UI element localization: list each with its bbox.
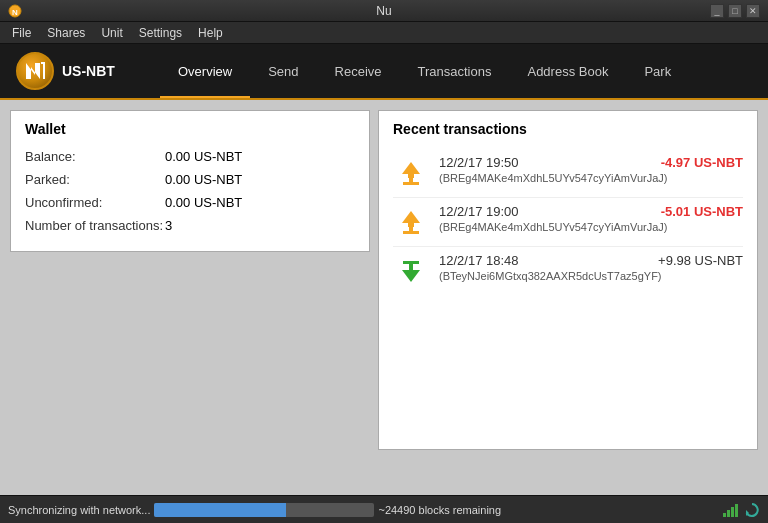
title-bar-left: N: [8, 4, 22, 18]
tx-row1-0: 12/2/17 19:50 -4.97 US-NBT: [439, 155, 743, 170]
nav-park[interactable]: Park: [626, 44, 689, 98]
parked-value: 0.00 US-NBT: [165, 172, 242, 187]
tx-address-2: (BTeyNJei6MGtxq382AAXR5dcUsT7az5gYF): [439, 270, 743, 282]
status-icons: [723, 502, 760, 518]
tx-date-1: 12/2/17 19:00: [439, 204, 519, 219]
wallet-unconfirmed-row: Unconfirmed: 0.00 US-NBT: [25, 195, 355, 210]
wallet-parked-row: Parked: 0.00 US-NBT: [25, 172, 355, 187]
wallet-panel: Wallet Balance: 0.00 US-NBT Parked: 0.00…: [10, 110, 370, 252]
balance-label: Balance:: [25, 149, 165, 164]
tx-count-value: 3: [165, 218, 172, 233]
close-button[interactable]: ✕: [746, 4, 760, 18]
tx-row1-2: 12/2/17 18:48 +9.98 US-NBT: [439, 253, 743, 268]
tx-item-2: 12/2/17 18:48 +9.98 US-NBT (BTeyNJei6MGt…: [393, 247, 743, 295]
transactions-panel: Recent transactions 12/2/17 19:50 -4.97 …: [378, 110, 758, 450]
nav-menu: Overview Send Receive Transactions Addre…: [160, 44, 768, 98]
tx-date-2: 12/2/17 18:48: [439, 253, 519, 268]
wallet-title: Wallet: [25, 121, 355, 137]
nu-icon: N: [8, 4, 22, 18]
logo-text: US-NBT: [62, 63, 115, 79]
tx-details-0: 12/2/17 19:50 -4.97 US-NBT (BREg4MAKe4mX…: [439, 155, 743, 184]
svg-text:N: N: [12, 8, 18, 17]
tx-item-0: 12/2/17 19:50 -4.97 US-NBT (BREg4MAKe4mX…: [393, 149, 743, 198]
refresh-icon: [744, 502, 760, 518]
tx-amount-1: -5.01 US-NBT: [661, 204, 743, 219]
menu-unit[interactable]: Unit: [93, 24, 130, 42]
tx-date-0: 12/2/17 19:50: [439, 155, 519, 170]
menu-shares[interactable]: Shares: [39, 24, 93, 42]
tx-details-1: 12/2/17 19:00 -5.01 US-NBT (BREg4MAKe4mX…: [439, 204, 743, 233]
minimize-button[interactable]: _: [710, 4, 724, 18]
unconfirmed-value: 0.00 US-NBT: [165, 195, 242, 210]
sync-progress-fill: [154, 503, 286, 517]
nav-send[interactable]: Send: [250, 44, 316, 98]
transactions-title: Recent transactions: [393, 121, 743, 137]
tx-row1-1: 12/2/17 19:00 -5.01 US-NBT: [439, 204, 743, 219]
nav-address-book[interactable]: Address Book: [509, 44, 626, 98]
tx-address-0: (BREg4MAKe4mXdhL5UYv547cyYiAmVurJaJ): [439, 172, 743, 184]
menu-file[interactable]: File: [4, 24, 39, 42]
tx-address-1: (BREg4MAKe4mXdhL5UYv547cyYiAmVurJaJ): [439, 221, 743, 233]
maximize-button[interactable]: □: [728, 4, 742, 18]
parked-label: Parked:: [25, 172, 165, 187]
window-controls: _ □ ✕: [710, 4, 760, 18]
unconfirmed-label: Unconfirmed:: [25, 195, 165, 210]
window-title: Nu: [376, 4, 391, 18]
wallet-balance-row: Balance: 0.00 US-NBT: [25, 149, 355, 164]
tx-amount-2: +9.98 US-NBT: [658, 253, 743, 268]
menu-settings[interactable]: Settings: [131, 24, 190, 42]
logo-area: US-NBT: [0, 52, 160, 90]
sync-status-text: Synchronizing with network...: [8, 504, 150, 516]
wallet-tx-count-row: Number of transactions: 3: [25, 218, 355, 233]
sync-progress-bar: [154, 503, 374, 517]
menu-bar: File Shares Unit Settings Help: [0, 22, 768, 44]
logo-circle: [16, 52, 54, 90]
blocks-remaining-text: ~24490 blocks remaining: [378, 504, 723, 516]
logo-icon: [21, 57, 49, 85]
tx-send-icon-0: [393, 155, 429, 191]
tx-send-icon-1: [393, 204, 429, 240]
nav-receive[interactable]: Receive: [317, 44, 400, 98]
nav-overview[interactable]: Overview: [160, 44, 250, 98]
tx-item-1: 12/2/17 19:00 -5.01 US-NBT (BREg4MAKe4mX…: [393, 198, 743, 247]
menu-help[interactable]: Help: [190, 24, 231, 42]
title-bar: N Nu _ □ ✕: [0, 0, 768, 22]
tx-details-2: 12/2/17 18:48 +9.98 US-NBT (BTeyNJei6MGt…: [439, 253, 743, 282]
balance-value: 0.00 US-NBT: [165, 149, 242, 164]
main-content: Wallet Balance: 0.00 US-NBT Parked: 0.00…: [0, 100, 768, 495]
app-header: US-NBT Overview Send Receive Transaction…: [0, 44, 768, 100]
signal-icon: [723, 503, 738, 517]
tx-amount-0: -4.97 US-NBT: [661, 155, 743, 170]
tx-receive-icon-2: [393, 253, 429, 289]
status-bar: Synchronizing with network... ~24490 blo…: [0, 495, 768, 523]
nav-transactions[interactable]: Transactions: [400, 44, 510, 98]
tx-count-label: Number of transactions:: [25, 218, 165, 233]
